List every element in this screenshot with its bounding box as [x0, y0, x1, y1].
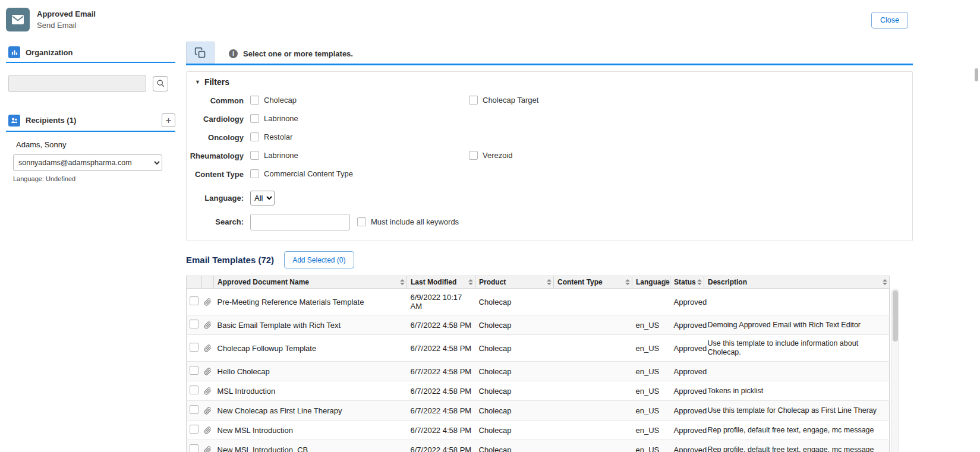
keywords-checkbox-label: Must include all keywords: [371, 217, 459, 226]
cell-last-modified: 6/7/2022 4:58 PM: [407, 335, 475, 362]
paperclip-icon: [203, 426, 213, 434]
column-header-description[interactable]: Description: [704, 276, 890, 289]
add-selected-button[interactable]: Add Selected (0): [284, 251, 354, 268]
cell-last-modified: 6/7/2022 4:58 PM: [407, 315, 475, 335]
filter-checkbox-option[interactable]: Commercial Content Type: [250, 169, 353, 178]
filter-checkbox-option[interactable]: Cholecap Target: [469, 96, 538, 105]
sort-icons[interactable]: [468, 279, 473, 285]
cell-product: Cholecap: [475, 421, 554, 440]
sort-icons[interactable]: [625, 279, 630, 285]
cell-document-name[interactable]: Cholecap Followup Template: [214, 335, 407, 362]
filter-checkbox-option[interactable]: Labrinone: [250, 151, 298, 160]
row-checkbox[interactable]: [190, 296, 198, 305]
template-table-row[interactable]: Cholecap Followup Template 6/7/2022 4:58…: [187, 335, 890, 362]
cell-description: Rep profile, default free text, engage, …: [704, 440, 890, 452]
template-table-row[interactable]: Hello Cholecap 6/7/2022 4:58 PM Cholecap…: [187, 362, 890, 381]
add-recipient-button[interactable]: +: [162, 113, 175, 127]
tab-hint: i Select one or more templates.: [229, 49, 353, 58]
cell-description: Rep profile, default free text, engage, …: [704, 421, 890, 440]
cell-status: Approved: [670, 401, 704, 421]
table-scrollbar-thumb[interactable]: [893, 290, 898, 342]
table-scrollbar[interactable]: [891, 289, 899, 452]
template-table-row[interactable]: New MSL Introduction_CB 6/7/2022 4:58 PM…: [187, 440, 890, 452]
filter-checkbox[interactable]: [250, 169, 259, 178]
cell-description: Demoing Approved Email with Rich Text Ed…: [704, 315, 890, 335]
sort-icons[interactable]: [883, 279, 887, 285]
cell-status: Approved: [670, 289, 704, 315]
row-checkbox[interactable]: [190, 343, 198, 352]
cell-product: Cholecap: [475, 315, 554, 335]
filter-checkbox[interactable]: [469, 151, 478, 160]
template-table-row[interactable]: New Cholecap as First Line Therapy 6/7/2…: [187, 401, 890, 421]
row-checkbox[interactable]: [190, 425, 198, 434]
row-checkbox[interactable]: [190, 405, 198, 414]
cell-document-name[interactable]: MSL Introduction: [214, 381, 407, 401]
cell-content-type: [554, 289, 632, 315]
tab-templates[interactable]: [186, 42, 215, 64]
tabbar: i Select one or more templates.: [186, 42, 913, 65]
filter-options-column-2: Verezoid: [469, 151, 905, 162]
row-checkbox[interactable]: [190, 444, 198, 452]
organization-search-input[interactable]: [8, 75, 146, 92]
template-table-row[interactable]: MSL Introduction 6/7/2022 4:58 PM Cholec…: [187, 381, 890, 401]
recipient-email-select[interactable]: sonnyadams@adamspharma.com: [13, 154, 162, 171]
keyword-search-input[interactable]: [250, 214, 350, 230]
close-button[interactable]: Close: [871, 12, 908, 29]
sort-icons[interactable]: [663, 279, 668, 285]
content: Organization: [0, 42, 980, 452]
language-filter-select[interactable]: All: [250, 191, 275, 206]
filter-checkbox-option[interactable]: Labrinone: [250, 114, 298, 123]
cell-document-name[interactable]: Hello Cholecap: [214, 362, 407, 381]
column-header-product[interactable]: Product: [475, 276, 554, 289]
keywords-checkbox-option[interactable]: Must include all keywords: [357, 217, 459, 226]
template-table-row[interactable]: New MSL Introduction 6/7/2022 4:58 PM Ch…: [187, 421, 890, 440]
filter-checkbox[interactable]: [469, 96, 478, 105]
column-header-label: Approved Document Name: [218, 278, 309, 286]
filters-toggle[interactable]: ▼ Filters: [195, 77, 905, 87]
cell-document-name[interactable]: New MSL Introduction_CB: [214, 440, 407, 452]
org-chart-icon: [8, 46, 20, 58]
cell-content-type: [554, 381, 632, 401]
filter-checkbox[interactable]: [250, 114, 259, 123]
cell-last-modified: 6/7/2022 4:58 PM: [407, 421, 475, 440]
filter-category-label: Oncology: [188, 133, 244, 142]
sort-icons[interactable]: [547, 279, 552, 285]
filter-checkbox-option[interactable]: Cholecap: [250, 96, 297, 105]
cell-product: Cholecap: [475, 362, 554, 381]
filter-checkbox-option[interactable]: Restolar: [250, 132, 292, 141]
paperclip-icon: [203, 387, 213, 395]
column-header-language[interactable]: Language: [632, 276, 670, 289]
template-table-row[interactable]: Basic Email Template with Rich Text 6/7/…: [187, 315, 890, 335]
cell-document-name[interactable]: Basic Email Template with Rich Text: [214, 315, 407, 335]
row-checkbox[interactable]: [190, 320, 198, 328]
filter-row: Content Type Commercial Content Type: [188, 165, 905, 184]
cell-status: Approved: [670, 315, 704, 335]
sort-icons[interactable]: [697, 279, 702, 285]
filter-checkbox[interactable]: [250, 132, 259, 141]
filter-options-column-1: Commercial Content Type: [250, 169, 469, 180]
cell-status: Approved: [670, 381, 704, 401]
column-header-status[interactable]: Status: [670, 276, 704, 289]
keywords-checkbox[interactable]: [357, 217, 366, 226]
column-header-last-modified[interactable]: Last Modified: [407, 276, 475, 289]
search-button[interactable]: [153, 76, 168, 91]
search-icon: [156, 79, 165, 88]
cell-document-name[interactable]: New MSL Introduction: [214, 421, 407, 440]
cell-document-name[interactable]: New Cholecap as First Line Therapy: [214, 401, 407, 421]
filter-checkbox[interactable]: [250, 151, 259, 160]
window-scrollbar-thumb[interactable]: [975, 68, 978, 81]
cell-document-name[interactable]: Pre-Meeting Reference Materials Template: [214, 289, 407, 315]
filter-option-label: Labrinone: [264, 114, 298, 123]
filter-options-column-1: Cholecap: [250, 96, 469, 106]
template-table-row[interactable]: Pre-Meeting Reference Materials Template…: [187, 289, 890, 315]
filter-checkbox-option[interactable]: Verezoid: [469, 151, 513, 160]
row-checkbox[interactable]: [190, 385, 198, 394]
cell-language: en_US: [632, 362, 670, 381]
row-checkbox[interactable]: [190, 366, 198, 375]
header-select-column: [187, 276, 202, 289]
column-header-approved-document-name[interactable]: Approved Document Name: [214, 276, 407, 289]
filter-checkbox[interactable]: [250, 96, 259, 105]
sort-icons[interactable]: [400, 279, 405, 285]
templates-table: Approved Document Name Last Modified Pro…: [186, 276, 890, 452]
column-header-content-type[interactable]: Content Type: [554, 276, 632, 289]
